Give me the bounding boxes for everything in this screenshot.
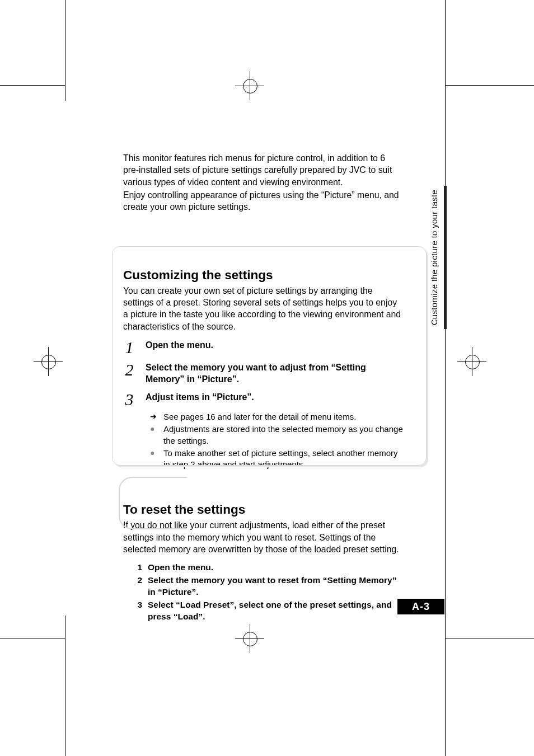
subnote: ● Adjustments are stored into the select… (150, 424, 403, 447)
intro-paragraph: Enjoy controlling appearance of pictures… (123, 189, 403, 213)
registration-mark (34, 347, 63, 376)
step-row: 2 Select the memory you want to adjust f… (123, 361, 403, 386)
step-text: Adjust items in “Picture”. (146, 391, 403, 403)
side-tab: Customize the picture to your taste (423, 186, 445, 329)
page-number: A-3 (397, 599, 444, 614)
step-text: Select the memory you want to adjust fro… (146, 361, 403, 386)
step-text: Open the menu. (146, 339, 403, 351)
reset-step: Open the menu. (134, 562, 403, 574)
crop-mark (0, 85, 65, 86)
section-heading-reset: To reset the settings (123, 503, 403, 517)
crop-mark (65, 0, 65, 101)
step-number: 3 (123, 391, 135, 408)
intro-paragraph: This monitor features rich menus for pic… (123, 152, 403, 188)
intro-block: This monitor features rich menus for pic… (123, 152, 403, 234)
section-heading-customize: Customizing the settings (123, 268, 403, 283)
side-tab-bar (444, 186, 447, 329)
step-subnotes: ➜ See pages 16 and later for the detail … (150, 411, 403, 470)
crop-mark (65, 616, 65, 756)
step-row: 1 Open the menu. (123, 339, 403, 356)
step-row: 3 Adjust items in “Picture”. (123, 391, 403, 408)
side-tab-label: Customize the picture to your taste (429, 190, 439, 325)
section-lead: If you do not like your current adjustme… (123, 519, 403, 555)
reset-step-text: Open the menu. (148, 562, 213, 574)
registration-mark (235, 624, 264, 653)
reset-step: Select the memory you want to reset from… (134, 575, 403, 598)
arrow-icon: ➜ (150, 411, 159, 422)
reset-steps-list: Open the menu. Select the memory you wan… (134, 562, 403, 623)
registration-mark (457, 347, 486, 376)
reset-step-text: Select “Load Preset”, select one of the … (148, 599, 403, 623)
section-lead: You can create your own set of picture s… (123, 285, 403, 332)
subnote-text: Adjustments are stored into the selected… (163, 424, 403, 447)
reset-step-text: Select the memory you want to reset from… (148, 575, 403, 598)
registration-mark (235, 71, 264, 100)
subnote-text: See pages 16 and later for the detail of… (163, 411, 403, 422)
bullet-icon: ● (150, 424, 159, 447)
subnote-text: To make another set of picture settings,… (163, 448, 403, 471)
crop-mark (446, 638, 534, 638)
reset-step: Select “Load Preset”, select one of the … (134, 599, 403, 623)
crop-mark (445, 0, 446, 756)
step-number: 1 (123, 339, 135, 356)
page-content: This monitor features rich menus for pic… (123, 152, 403, 624)
bullet-icon: ● (150, 448, 159, 471)
crop-mark (446, 85, 534, 86)
subnote: ● To make another set of picture setting… (150, 448, 403, 471)
crop-mark (0, 638, 65, 638)
step-number: 2 (123, 361, 135, 386)
subnote: ➜ See pages 16 and later for the detail … (150, 411, 403, 422)
